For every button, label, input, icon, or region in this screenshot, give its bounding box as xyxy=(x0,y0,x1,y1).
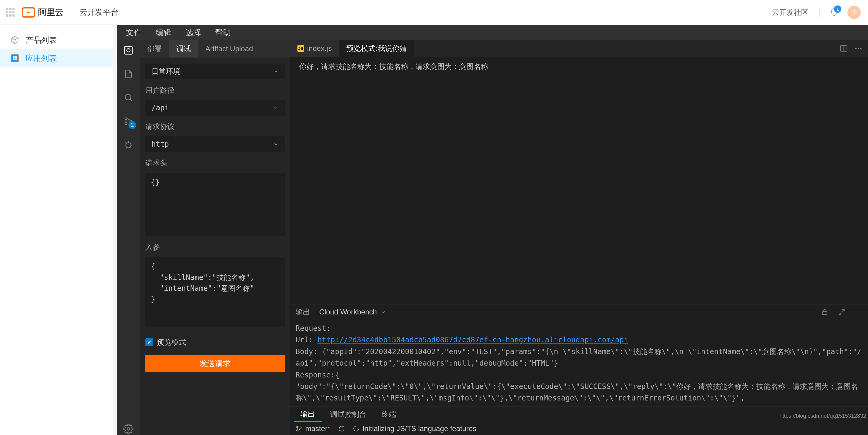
bottom-tab-output[interactable]: 输出 xyxy=(294,407,322,422)
nav-item-apps[interactable]: 应用列表 xyxy=(0,49,113,67)
bottom-tab-debug-console[interactable]: 调试控制台 xyxy=(323,407,373,422)
grid-icon xyxy=(10,54,20,63)
platform-title: 云开发平台 xyxy=(79,7,119,18)
svg-point-3 xyxy=(125,118,127,120)
menu-edit[interactable]: 编辑 xyxy=(156,27,172,38)
menu-select[interactable]: 选择 xyxy=(185,27,201,38)
output-body[interactable]: Request: Url: http://2d34c4dbb1504adcb5a… xyxy=(290,319,868,406)
activity-settings[interactable] xyxy=(122,423,134,435)
status-bar: master* Initializing JS/TS language feat… xyxy=(290,422,868,435)
notifications-button[interactable]: 1 xyxy=(829,8,838,17)
ts-init-label: Initializing JS/TS language features xyxy=(363,425,476,433)
status-ts-init[interactable]: Initializing JS/TS language features xyxy=(353,425,476,433)
activity-bar: 2 xyxy=(117,40,140,435)
send-request-button[interactable]: 发送请求 xyxy=(145,355,285,372)
tab-debug[interactable]: 调试 xyxy=(169,40,198,58)
svg-point-4 xyxy=(125,123,127,125)
nav-item-products[interactable]: 产品列表 xyxy=(0,31,113,49)
svg-rect-0 xyxy=(124,46,132,54)
path-select[interactable]: /api xyxy=(145,100,285,116)
chevron-down-icon xyxy=(273,69,279,74)
js-file-icon: JS xyxy=(298,45,304,52)
apps-grid-icon[interactable] xyxy=(6,8,14,17)
minimize-icon[interactable] xyxy=(855,308,863,316)
split-editor-icon[interactable] xyxy=(840,44,848,53)
ide-area: 文件 编辑 选择 帮助 2 部署 xyxy=(117,25,868,435)
header-divider xyxy=(819,7,819,17)
lock-icon[interactable] xyxy=(821,308,829,316)
out-line: Url: xyxy=(296,336,317,344)
protocol-value: http xyxy=(151,140,169,149)
chevron-down-icon xyxy=(380,309,386,315)
editor-tabs: JS index.js 预览模式:我说你猜 xyxy=(290,40,868,57)
activity-file[interactable] xyxy=(122,68,134,80)
svg-point-1 xyxy=(127,49,130,52)
editor-tab-label: 预览模式:我说你猜 xyxy=(346,43,407,53)
headers-label: 请求头 xyxy=(145,158,285,168)
params-textarea[interactable] xyxy=(145,257,285,327)
menu-help[interactable]: 帮助 xyxy=(215,27,231,38)
debug-panel: 部署 调试 Artifact Upload 日常环境 用户路径 /api 请求协… xyxy=(140,40,290,435)
out-line: "body":"{\"returnCode\":\"0\",\"returnVa… xyxy=(296,382,858,402)
menu-file[interactable]: 文件 xyxy=(126,27,142,38)
community-link[interactable]: 云开发社区 xyxy=(772,7,808,17)
left-splitter[interactable] xyxy=(113,25,117,435)
svg-rect-12 xyxy=(822,312,827,315)
user-avatar[interactable]: HI xyxy=(847,6,861,19)
protocol-label: 请求协议 xyxy=(145,122,285,131)
cube-icon xyxy=(10,35,20,44)
bell-badge: 1 xyxy=(834,5,841,13)
editor-tab-indexjs[interactable]: JS index.js xyxy=(290,40,339,57)
svg-point-9 xyxy=(855,48,857,50)
logo-icon xyxy=(22,7,35,18)
svg-point-11 xyxy=(860,48,862,50)
logo-text: 阿里云 xyxy=(38,7,64,18)
chevron-down-icon xyxy=(273,142,279,147)
tab-deploy[interactable]: 部署 xyxy=(140,40,169,58)
activity-explorer[interactable] xyxy=(122,44,134,56)
params-label: 入参 xyxy=(145,242,285,252)
output-header-tab[interactable]: 输出 xyxy=(296,307,310,317)
svg-point-10 xyxy=(858,48,859,50)
activity-search[interactable] xyxy=(122,92,134,103)
top-header: 阿里云 云开发平台 云开发社区 1 HI xyxy=(0,0,868,25)
editor-tab-preview[interactable]: 预览模式:我说你猜 xyxy=(339,40,414,57)
svg-point-15 xyxy=(300,427,301,428)
menu-bar: 文件 编辑 选择 帮助 xyxy=(117,25,868,40)
logo[interactable]: 阿里云 xyxy=(22,5,64,20)
output-source-select[interactable]: Cloud Workbench xyxy=(319,308,386,316)
output-header: 输出 Cloud Workbench xyxy=(290,305,868,319)
activity-scm[interactable]: 2 xyxy=(122,115,134,127)
preview-checkbox-row[interactable]: ✔ 预览模式 xyxy=(145,338,285,347)
svg-point-14 xyxy=(297,430,298,431)
chevron-down-icon xyxy=(273,105,279,111)
status-branch[interactable]: master* xyxy=(296,425,331,433)
nav-label: 产品列表 xyxy=(26,35,57,45)
svg-point-13 xyxy=(297,426,298,428)
env-value: 日常环境 xyxy=(151,67,181,76)
activity-debug[interactable] xyxy=(122,139,134,151)
output-panel: 输出 Cloud Workbench Request: Url: http://… xyxy=(290,304,868,422)
svg-point-7 xyxy=(127,428,130,431)
tab-artifact[interactable]: Artifact Upload xyxy=(198,40,260,58)
sync-icon xyxy=(338,425,345,432)
bottom-tab-terminal[interactable]: 终端 xyxy=(375,407,403,422)
debug-panel-tabs: 部署 调试 Artifact Upload xyxy=(140,40,290,58)
out-line: Response:{ xyxy=(296,371,340,379)
editor-body[interactable]: 你好，请求技能名称为：技能名称，请求意图为：意图名称 xyxy=(290,57,868,304)
output-source-value: Cloud Workbench xyxy=(319,308,377,316)
nav-label: 应用列表 xyxy=(26,53,57,64)
maximize-icon[interactable] xyxy=(838,308,845,316)
left-nav: 产品列表 应用列表 xyxy=(0,25,113,435)
scm-badge: 2 xyxy=(128,121,136,129)
status-sync[interactable] xyxy=(338,425,345,432)
protocol-select[interactable]: http xyxy=(145,136,285,152)
headers-textarea[interactable] xyxy=(145,173,285,236)
env-select[interactable]: 日常环境 xyxy=(145,64,285,80)
editor-tab-label: index.js xyxy=(307,44,332,53)
path-value: /api xyxy=(151,103,169,112)
out-url[interactable]: http://2d34c4dbb1504adcb5ad0867d7cd87ef-… xyxy=(317,336,628,344)
more-icon[interactable] xyxy=(854,44,863,53)
editor-column: JS index.js 预览模式:我说你猜 你好，请求技能名称为：技能名称，请求… xyxy=(290,40,868,435)
branch-label: master* xyxy=(305,425,331,433)
